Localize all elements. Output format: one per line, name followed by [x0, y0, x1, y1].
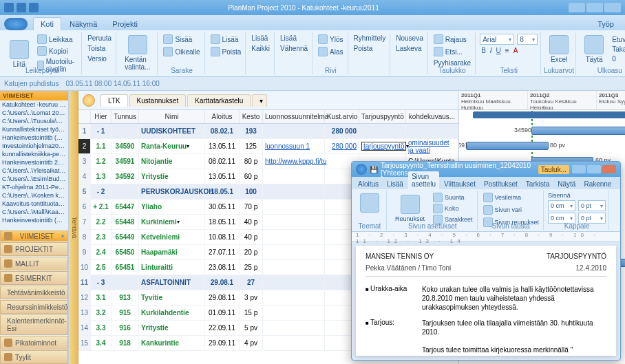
- pagecolor-button[interactable]: Sivun väri: [482, 204, 541, 215]
- table-row[interactable]: 1- 1UUDISKOHTEET08.02.1193280 000: [78, 124, 458, 139]
- word-page[interactable]: MANSEN TENNIS OY TARJOUSPYYNTÖ Pekka Vää…: [356, 246, 616, 356]
- cell-nimi[interactable]: PERUSKORJAUSKOH: [139, 184, 205, 199]
- cell-kust[interactable]: 280 000: [325, 124, 359, 138]
- excel-button[interactable]: Excel: [545, 34, 573, 65]
- col-kohde[interactable]: kohdekuvaus...: [406, 110, 458, 123]
- cell-nimi[interactable]: UUDISKOHTEET: [139, 124, 205, 138]
- word-tab[interactable]: Näytä: [554, 179, 579, 189]
- tab-home[interactable]: Koti: [33, 17, 61, 30]
- word-orb-icon[interactable]: [356, 164, 367, 175]
- word-min-button[interactable]: [572, 165, 586, 173]
- cell-kesto[interactable]: 60 p: [240, 169, 263, 184]
- cell-tarj[interactable]: tarjouspyyntö ▾: [359, 139, 406, 153]
- cell-tunnus[interactable]: 34590: [112, 139, 139, 153]
- cell-kesto[interactable]: 80 p: [240, 154, 263, 169]
- cell-aloitus[interactable]: 29.08.11: [205, 290, 240, 305]
- cell-hier[interactable]: 2.4: [91, 245, 112, 259]
- ungroup-button[interactable]: Poista: [352, 44, 388, 53]
- cell-kust[interactable]: 280 000: [325, 139, 359, 153]
- tab-view[interactable]: Näkymä: [63, 18, 104, 30]
- undo-button[interactable]: Peruuta: [86, 34, 113, 43]
- cell-tunnus[interactable]: [112, 184, 139, 199]
- col-del-button[interactable]: Poista: [209, 46, 243, 57]
- cell-kesto[interactable]: 125: [240, 139, 263, 153]
- word-tab[interactable]: Viittaukset: [441, 179, 479, 189]
- cell-hier[interactable]: 3.4: [91, 336, 112, 350]
- row-down-button[interactable]: Alas: [317, 46, 344, 57]
- cell-aloitus[interactable]: 29.08.1: [205, 275, 240, 290]
- cell-kesto[interactable]: 70 p: [240, 200, 263, 214]
- cell-nimi[interactable]: ASFALTOINNIT: [139, 275, 205, 290]
- app-orb-icon[interactable]: [4, 3, 14, 12]
- cell-aloitus[interactable]: 22.09.11: [205, 321, 240, 335]
- sidebar-item[interactable]: Investointiohjelma2011_Pekka: [0, 142, 68, 150]
- sidebar-item[interactable]: C:\Users\..\Yleisaikataulu: [0, 167, 68, 175]
- size-button[interactable]: Koko: [432, 203, 474, 214]
- cell-hier[interactable]: 3.2: [91, 306, 112, 320]
- cell-hier[interactable]: 1.3: [91, 169, 112, 184]
- move-right-button[interactable]: Oikealle: [162, 46, 201, 57]
- nav-button[interactable]: Resurssinimikkeistö: [0, 300, 68, 314]
- dec-sub-button[interactable]: Vähennä: [279, 44, 309, 53]
- cell-luonnos[interactable]: [263, 215, 325, 229]
- cell-nimi[interactable]: Tyvitie: [139, 290, 205, 305]
- size-select[interactable]: 8: [517, 34, 538, 45]
- word-tab[interactable]: Asettelu: [616, 179, 621, 189]
- cell-hier[interactable]: + 2.1: [91, 200, 112, 214]
- cell-luonnos[interactable]: [263, 184, 325, 199]
- move-in-button[interactable]: Sisää: [162, 34, 201, 45]
- field-select-button[interactable]: Kentän valinta...: [120, 34, 154, 72]
- cell-kesto[interactable]: 25 p: [240, 260, 263, 275]
- cell-aloitus[interactable]: 27.07.11: [205, 245, 240, 259]
- sidebar-item[interactable]: C:\Users\..\Lomat 2009-2010: [0, 109, 68, 117]
- cell-hier[interactable]: - 2: [91, 184, 112, 199]
- cell-kesto[interactable]: 193: [240, 124, 263, 138]
- tab-kust[interactable]: Kustannukset: [129, 94, 187, 107]
- cell-hier[interactable]: 1.1: [91, 139, 112, 153]
- sidebar-item[interactable]: KT-ohjelma 2011-Pekka: [0, 183, 68, 191]
- qat-undo-icon[interactable]: [29, 3, 39, 12]
- sidebar-item[interactable]: kunnallistekniikka-pekka: [0, 150, 68, 158]
- cell-kesto[interactable]: 40 p: [240, 230, 263, 244]
- sort-desc-button[interactable]: Laskeva: [394, 44, 424, 53]
- zero-button[interactable]: 0: [611, 54, 625, 63]
- cell-tunnus[interactable]: 65449: [112, 230, 139, 244]
- col-aloitus[interactable]: Aloitus: [205, 110, 240, 123]
- width-add-button[interactable]: Lisää: [250, 34, 271, 43]
- sidebar-item[interactable]: Kunnallistekniset työt Tampere: [0, 125, 68, 133]
- cell-kesto[interactable]: 4 pv: [240, 336, 263, 350]
- cell-hier[interactable]: 2.2: [91, 215, 112, 229]
- cell-tarj[interactable]: [359, 124, 406, 138]
- cell-tunnus[interactable]: 918: [112, 336, 139, 350]
- nav-button[interactable]: Pikatoiminnot: [0, 336, 68, 350]
- cell-tunnus[interactable]: 913: [112, 290, 139, 305]
- dec-add-button[interactable]: Lisää: [279, 34, 309, 43]
- table-row[interactable]: 21.134590Ranta-Keuruu ▾13.05.11125luonno…: [78, 139, 458, 154]
- sidebar-item[interactable]: C:\Users\..\Esim\Budjetointi: [0, 175, 68, 183]
- cell-kesto[interactable]: 100: [240, 184, 263, 199]
- cell-luonnos[interactable]: [263, 336, 325, 350]
- sidebar-item[interactable]: C:\Users\..\Kosken koulu: [0, 191, 68, 200]
- row-up-button[interactable]: Ylös: [317, 34, 344, 45]
- cell-kohde[interactable]: [406, 124, 458, 138]
- nav-button[interactable]: VIIMEISET: [0, 231, 68, 242]
- cell-aloitus[interactable]: 23.08.11: [205, 260, 240, 275]
- cell-luonnos[interactable]: [263, 321, 325, 335]
- bgcolor-button[interactable]: Takaväri: [611, 45, 625, 54]
- cell-luonnos[interactable]: [263, 230, 325, 244]
- cell-luonnos[interactable]: [263, 290, 325, 305]
- orientation-button[interactable]: Suunta: [432, 192, 474, 203]
- word-max-button[interactable]: [587, 165, 601, 173]
- cell-luonnos[interactable]: luonnossuun 1: [263, 139, 325, 153]
- cut-button[interactable]: Leikkaa: [36, 34, 78, 45]
- cell-hier[interactable]: - 3: [91, 275, 112, 290]
- watermark-button[interactable]: Vesileima: [482, 192, 541, 203]
- col-kust[interactable]: Kust.arvio: [325, 110, 359, 123]
- cell-hier[interactable]: 3.3: [91, 321, 112, 335]
- themes-button[interactable]: [356, 192, 383, 214]
- nav-button[interactable]: MALLIT: [0, 257, 68, 270]
- cell-tunnus[interactable]: 65451: [112, 260, 139, 275]
- cell-tunnus[interactable]: 915: [112, 306, 139, 320]
- cell-luonnos[interactable]: [263, 306, 325, 320]
- cell-nimi[interactable]: Haapamäki: [139, 245, 205, 259]
